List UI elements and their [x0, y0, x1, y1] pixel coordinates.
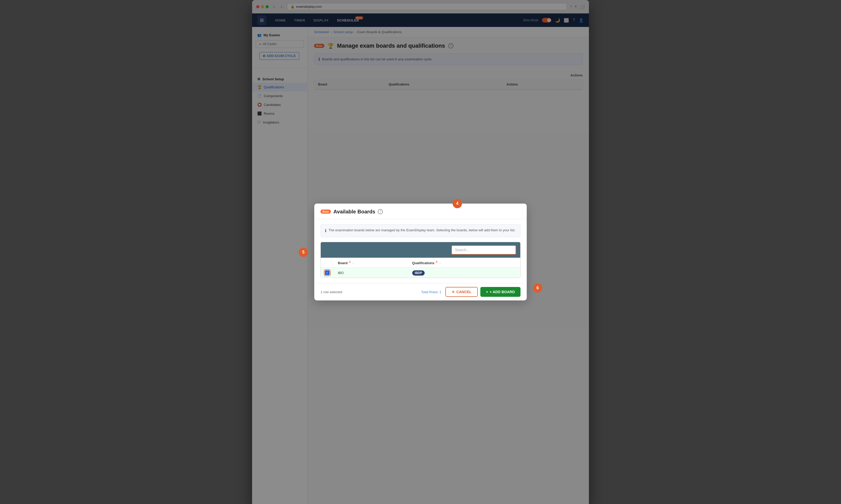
row-qualifications-cell: IBDP	[408, 268, 520, 278]
qualifications-sort-icon[interactable]: ↑	[440, 262, 441, 265]
modal-info: ℹ The examination boards below are manag…	[321, 224, 520, 237]
modal-overlay[interactable]: 4 5 6 Beta Available Boards ? ℹ The exam…	[0, 0, 841, 504]
step-6-indicator: 6	[533, 283, 542, 293]
modal-table-container: Board 1 ↑ Qualifications 2 ↑	[321, 242, 520, 278]
board-search-input[interactable]	[451, 245, 516, 255]
modal-footer: 1 row selected Total Rows: 1 ✕ CANCEL + …	[314, 283, 527, 301]
row-checkbox[interactable]: ✓	[325, 270, 329, 275]
modal-table: Board 1 ↑ Qualifications 2 ↑	[321, 258, 520, 277]
step-4-indicator: 4	[453, 199, 462, 208]
row-outline-wrapper: ✓	[325, 270, 329, 275]
modal-header: Beta Available Boards ?	[314, 203, 527, 219]
modal-help-icon[interactable]: ?	[378, 209, 383, 214]
modal-actions: ✕ CANCEL + + ADD BOARD	[445, 287, 520, 297]
board-sort-icon[interactable]: ↑	[353, 262, 354, 265]
modal-wrapper: 4 5 6 Beta Available Boards ? ℹ The exam…	[314, 203, 527, 301]
add-board-plus-icon: +	[486, 290, 488, 294]
col-board-modal-header: Board 1 ↑	[334, 258, 408, 268]
row-checkbox-cell: ✓	[321, 268, 334, 278]
row-board-cell: IBO	[334, 268, 408, 278]
modal-table-header	[321, 242, 520, 258]
col-checkbox-header	[321, 258, 334, 268]
modal-info-text: The examination boards below are managed…	[328, 228, 515, 233]
cancel-button[interactable]: ✕ CANCEL	[445, 287, 478, 297]
col-qualifications-modal-header: Qualifications 2 ↑	[408, 258, 520, 268]
step-5-indicator: 5	[299, 248, 308, 257]
footer-right: Total Rows: 1 ✕ CANCEL + + ADD BOARD	[421, 287, 520, 297]
qual-badge: IBDP	[412, 270, 425, 275]
cancel-x-icon: ✕	[452, 290, 455, 294]
modal-info-icon: ℹ	[325, 228, 326, 234]
table-row[interactable]: ✓ IBO IBDP	[321, 268, 520, 278]
total-rows: Total Rows: 1	[421, 290, 441, 294]
selected-count: 1 row selected	[321, 290, 342, 294]
add-board-button[interactable]: + + ADD BOARD	[480, 287, 520, 297]
modal-beta-badge: Beta	[321, 210, 331, 214]
available-boards-modal: Beta Available Boards ? ℹ The examinatio…	[314, 203, 527, 301]
modal-body: ℹ The examination boards below are manag…	[314, 219, 527, 283]
modal-title: Available Boards	[334, 209, 375, 215]
